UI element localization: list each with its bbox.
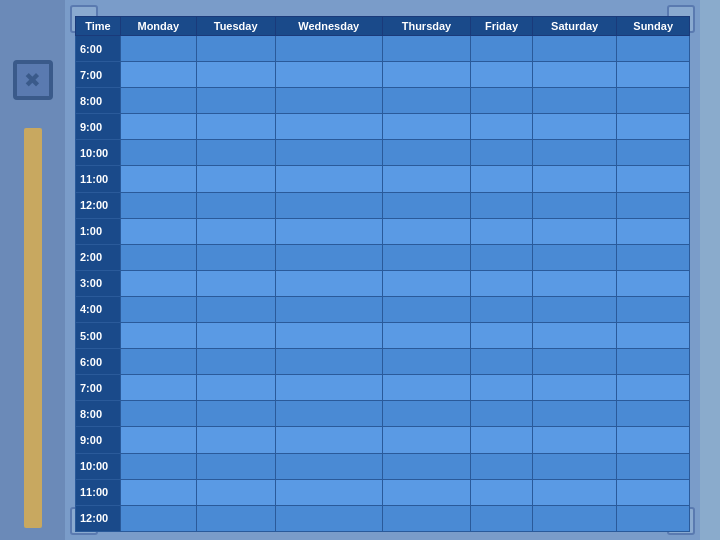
- schedule-cell[interactable]: [196, 375, 275, 401]
- schedule-cell[interactable]: [382, 244, 470, 270]
- schedule-cell[interactable]: [196, 479, 275, 505]
- schedule-cell[interactable]: [196, 349, 275, 375]
- schedule-cell[interactable]: [275, 88, 382, 114]
- schedule-cell[interactable]: [121, 375, 197, 401]
- schedule-cell[interactable]: [382, 296, 470, 322]
- schedule-cell[interactable]: [121, 114, 197, 140]
- schedule-cell[interactable]: [382, 427, 470, 453]
- schedule-cell[interactable]: [471, 62, 533, 88]
- schedule-cell[interactable]: [471, 296, 533, 322]
- schedule-cell[interactable]: [532, 375, 617, 401]
- schedule-cell[interactable]: [471, 36, 533, 62]
- schedule-cell[interactable]: [196, 505, 275, 531]
- schedule-cell[interactable]: [532, 323, 617, 349]
- schedule-cell[interactable]: [196, 36, 275, 62]
- schedule-cell[interactable]: [382, 401, 470, 427]
- schedule-cell[interactable]: [471, 401, 533, 427]
- schedule-cell[interactable]: [617, 375, 690, 401]
- schedule-cell[interactable]: [196, 244, 275, 270]
- schedule-cell[interactable]: [275, 218, 382, 244]
- schedule-cell[interactable]: [617, 244, 690, 270]
- schedule-cell[interactable]: [471, 505, 533, 531]
- schedule-cell[interactable]: [275, 36, 382, 62]
- schedule-cell[interactable]: [382, 166, 470, 192]
- schedule-cell[interactable]: [275, 375, 382, 401]
- schedule-cell[interactable]: [471, 427, 533, 453]
- schedule-cell[interactable]: [121, 479, 197, 505]
- schedule-cell[interactable]: [382, 62, 470, 88]
- schedule-cell[interactable]: [121, 401, 197, 427]
- schedule-cell[interactable]: [196, 88, 275, 114]
- schedule-cell[interactable]: [275, 453, 382, 479]
- schedule-cell[interactable]: [382, 479, 470, 505]
- schedule-cell[interactable]: [196, 218, 275, 244]
- schedule-cell[interactable]: [121, 88, 197, 114]
- schedule-cell[interactable]: [617, 192, 690, 218]
- schedule-cell[interactable]: [275, 166, 382, 192]
- schedule-cell[interactable]: [532, 401, 617, 427]
- schedule-cell[interactable]: [532, 218, 617, 244]
- schedule-cell[interactable]: [196, 140, 275, 166]
- schedule-cell[interactable]: [532, 88, 617, 114]
- schedule-cell[interactable]: [471, 218, 533, 244]
- schedule-cell[interactable]: [275, 192, 382, 218]
- schedule-cell[interactable]: [196, 401, 275, 427]
- schedule-cell[interactable]: [471, 192, 533, 218]
- schedule-cell[interactable]: [382, 349, 470, 375]
- schedule-cell[interactable]: [617, 218, 690, 244]
- schedule-cell[interactable]: [196, 192, 275, 218]
- schedule-cell[interactable]: [471, 270, 533, 296]
- schedule-cell[interactable]: [532, 36, 617, 62]
- schedule-cell[interactable]: [532, 349, 617, 375]
- schedule-cell[interactable]: [382, 192, 470, 218]
- schedule-cell[interactable]: [121, 505, 197, 531]
- schedule-cell[interactable]: [121, 244, 197, 270]
- schedule-cell[interactable]: [121, 270, 197, 296]
- schedule-cell[interactable]: [532, 505, 617, 531]
- schedule-cell[interactable]: [121, 323, 197, 349]
- schedule-cell[interactable]: [275, 62, 382, 88]
- schedule-cell[interactable]: [532, 244, 617, 270]
- schedule-cell[interactable]: [196, 114, 275, 140]
- schedule-cell[interactable]: [382, 140, 470, 166]
- schedule-cell[interactable]: [471, 244, 533, 270]
- schedule-cell[interactable]: [121, 166, 197, 192]
- schedule-cell[interactable]: [382, 505, 470, 531]
- schedule-cell[interactable]: [617, 140, 690, 166]
- schedule-cell[interactable]: [532, 192, 617, 218]
- schedule-cell[interactable]: [532, 453, 617, 479]
- schedule-cell[interactable]: [617, 323, 690, 349]
- schedule-cell[interactable]: [121, 140, 197, 166]
- schedule-cell[interactable]: [196, 323, 275, 349]
- schedule-cell[interactable]: [121, 62, 197, 88]
- schedule-cell[interactable]: [471, 114, 533, 140]
- schedule-cell[interactable]: [121, 296, 197, 322]
- schedule-cell[interactable]: [196, 166, 275, 192]
- schedule-cell[interactable]: [382, 270, 470, 296]
- schedule-cell[interactable]: [532, 62, 617, 88]
- schedule-cell[interactable]: [196, 62, 275, 88]
- schedule-cell[interactable]: [275, 323, 382, 349]
- schedule-cell[interactable]: [121, 218, 197, 244]
- schedule-cell[interactable]: [471, 88, 533, 114]
- schedule-cell[interactable]: [532, 296, 617, 322]
- schedule-cell[interactable]: [617, 62, 690, 88]
- schedule-cell[interactable]: [532, 479, 617, 505]
- schedule-cell[interactable]: [532, 166, 617, 192]
- schedule-cell[interactable]: [275, 140, 382, 166]
- schedule-cell[interactable]: [382, 375, 470, 401]
- schedule-cell[interactable]: [275, 401, 382, 427]
- schedule-cell[interactable]: [471, 349, 533, 375]
- schedule-cell[interactable]: [275, 427, 382, 453]
- schedule-cell[interactable]: [532, 427, 617, 453]
- schedule-cell[interactable]: [617, 505, 690, 531]
- schedule-cell[interactable]: [196, 453, 275, 479]
- schedule-cell[interactable]: [617, 479, 690, 505]
- schedule-cell[interactable]: [275, 244, 382, 270]
- schedule-cell[interactable]: [196, 427, 275, 453]
- schedule-cell[interactable]: [471, 323, 533, 349]
- schedule-cell[interactable]: [532, 140, 617, 166]
- schedule-cell[interactable]: [275, 270, 382, 296]
- schedule-cell[interactable]: [617, 114, 690, 140]
- schedule-cell[interactable]: [532, 270, 617, 296]
